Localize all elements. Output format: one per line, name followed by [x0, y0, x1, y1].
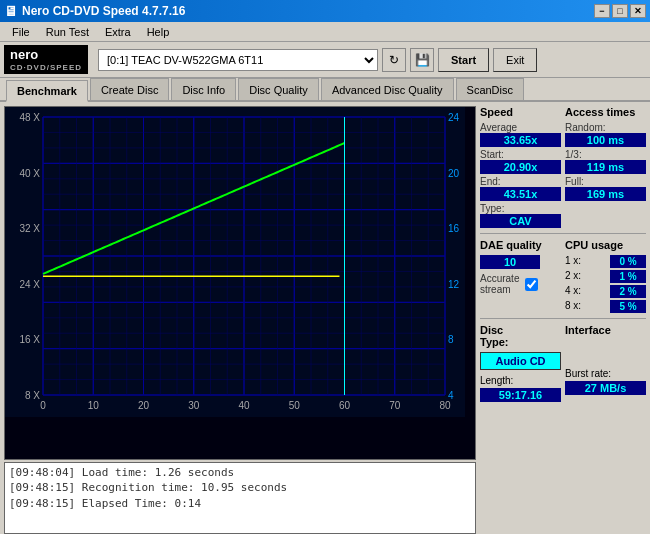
disc-interface-section: Disc Type: Audio CD Length: 59:17.16 Int…: [480, 324, 646, 402]
speed-start: Start: 20.90x: [480, 149, 561, 174]
disc-type-value: Audio CD: [480, 352, 561, 370]
speed-type-label: Type:: [480, 203, 561, 214]
access-third-label: 1/3:: [565, 149, 646, 160]
cpu-item-4x: 4 x: 2 %: [565, 285, 646, 298]
logo-nero: nero: [10, 47, 82, 63]
drive-selector[interactable]: [0:1] TEAC DV-W522GMA 6T11: [98, 49, 378, 71]
tabs-bar: Benchmark Create Disc Disc Info Disc Qua…: [0, 78, 650, 102]
burst-title: Burst rate:: [565, 368, 646, 379]
interface-title: Interface: [565, 324, 646, 336]
cpu-item-8x: 8 x: 5 %: [565, 300, 646, 313]
speed-type: Type: CAV: [480, 203, 561, 228]
cpu-speed-8x: 8 x:: [565, 300, 581, 313]
cpu-value-8x: 5 %: [610, 300, 646, 313]
speed-title: Speed: [480, 106, 561, 118]
access-third: 1/3: 119 ms: [565, 149, 646, 174]
speed-average: Average 33.65x: [480, 122, 561, 147]
log-line-1: [09:48:04] Load time: 1.26 seconds: [9, 465, 471, 480]
save-button[interactable]: 💾: [410, 48, 434, 72]
accurate-label: Accurate: [480, 273, 519, 284]
accurate-stream-checkbox[interactable]: [525, 278, 538, 291]
close-button[interactable]: ✕: [630, 4, 646, 18]
tab-benchmark[interactable]: Benchmark: [6, 80, 88, 102]
exit-button[interactable]: Exit: [493, 48, 537, 72]
speed-end: End: 43.51x: [480, 176, 561, 201]
log-line-3: [09:48:15] Elapsed Time: 0:14: [9, 496, 471, 511]
disc-col: Disc Type: Audio CD Length: 59:17.16: [480, 324, 561, 402]
speed-access-section: Speed Average 33.65x Start: 20.90x End: …: [480, 106, 646, 228]
menu-help[interactable]: Help: [139, 24, 178, 40]
disc-length-value: 59:17.16: [480, 388, 561, 402]
cpu-value-4x: 2 %: [610, 285, 646, 298]
log-area[interactable]: [09:48:04] Load time: 1.26 seconds [09:4…: [4, 462, 476, 534]
cpu-speed-4x: 4 x:: [565, 285, 581, 298]
menu-bar: File Run Test Extra Help: [0, 22, 650, 42]
minimize-button[interactable]: −: [594, 4, 610, 18]
maximize-button[interactable]: □: [612, 4, 628, 18]
app-title: Nero CD-DVD Speed 4.7.7.16: [22, 4, 185, 18]
log-line-2: [09:48:15] Recognition time: 10.95 secon…: [9, 480, 471, 495]
cpu-title: CPU usage: [565, 239, 646, 251]
cpu-value-1x: 0 %: [610, 255, 646, 268]
toolbar: nero CD·DVD/SPEED [0:1] TEAC DV-W522GMA …: [0, 42, 650, 78]
tab-create-disc[interactable]: Create Disc: [90, 78, 169, 100]
menu-run-test[interactable]: Run Test: [38, 24, 97, 40]
burst-value: 27 MB/s: [565, 381, 646, 395]
divider-2: [480, 318, 646, 319]
access-full-value: 169 ms: [565, 187, 646, 201]
speed-start-value: 20.90x: [480, 160, 561, 174]
access-col: Access times Random: 100 ms 1/3: 119 ms …: [565, 106, 646, 228]
speed-start-label: Start:: [480, 149, 561, 160]
access-random-label: Random:: [565, 122, 646, 133]
accurate-label2: stream: [480, 284, 519, 295]
logo: nero CD·DVD/SPEED: [4, 45, 88, 74]
speed-average-label: Average: [480, 122, 561, 133]
access-title: Access times: [565, 106, 646, 118]
access-third-value: 119 ms: [565, 160, 646, 174]
dae-value: 10: [480, 255, 540, 269]
tab-scan-disc[interactable]: ScanDisc: [456, 78, 524, 100]
main-content: [09:48:04] Load time: 1.26 seconds [09:4…: [0, 102, 650, 534]
cpu-value-2x: 1 %: [610, 270, 646, 283]
tab-disc-quality[interactable]: Disc Quality: [238, 78, 319, 100]
refresh-button[interactable]: ↻: [382, 48, 406, 72]
access-random: Random: 100 ms: [565, 122, 646, 147]
right-panel: Speed Average 33.65x Start: 20.90x End: …: [480, 102, 650, 534]
access-random-value: 100 ms: [565, 133, 646, 147]
disc-length-label: Length:: [480, 375, 561, 386]
cpu-item-2x: 2 x: 1 %: [565, 270, 646, 283]
start-button[interactable]: Start: [438, 48, 489, 72]
accurate-stream-area: Accurate stream: [480, 273, 561, 295]
tab-advanced-disc-quality[interactable]: Advanced Disc Quality: [321, 78, 454, 100]
chart-container: [4, 106, 476, 460]
speed-col: Speed Average 33.65x Start: 20.90x End: …: [480, 106, 561, 228]
app-icon: 🖥: [4, 3, 18, 19]
chart-section: [09:48:04] Load time: 1.26 seconds [09:4…: [0, 102, 480, 534]
speed-end-value: 43.51x: [480, 187, 561, 201]
speed-end-label: End:: [480, 176, 561, 187]
logo-sub: CD·DVD/SPEED: [10, 63, 82, 73]
cpu-item-1x: 1 x: 0 %: [565, 255, 646, 268]
dae-col: DAE quality 10 Accurate stream: [480, 239, 561, 313]
cpu-col: CPU usage 1 x: 0 % 2 x: 1 % 4 x: 2 %: [565, 239, 646, 313]
dae-cpu-section: DAE quality 10 Accurate stream CPU usage…: [480, 239, 646, 313]
window-controls[interactable]: − □ ✕: [594, 4, 646, 18]
speed-type-value: CAV: [480, 214, 561, 228]
dae-title: DAE quality: [480, 239, 561, 251]
access-full-label: Full:: [565, 176, 646, 187]
disc-type-label: Disc Type:: [480, 324, 561, 348]
tab-disc-info[interactable]: Disc Info: [171, 78, 236, 100]
interface-value-placeholder: [565, 340, 646, 360]
menu-extra[interactable]: Extra: [97, 24, 139, 40]
menu-file[interactable]: File: [4, 24, 38, 40]
access-full: Full: 169 ms: [565, 176, 646, 201]
title-bar: 🖥 Nero CD-DVD Speed 4.7.7.16 − □ ✕: [0, 0, 650, 22]
cpu-speed-2x: 2 x:: [565, 270, 581, 283]
divider-1: [480, 233, 646, 234]
speed-average-value: 33.65x: [480, 133, 561, 147]
cpu-speed-1x: 1 x:: [565, 255, 581, 268]
interface-burst-col: Interface Burst rate: 27 MB/s: [565, 324, 646, 402]
